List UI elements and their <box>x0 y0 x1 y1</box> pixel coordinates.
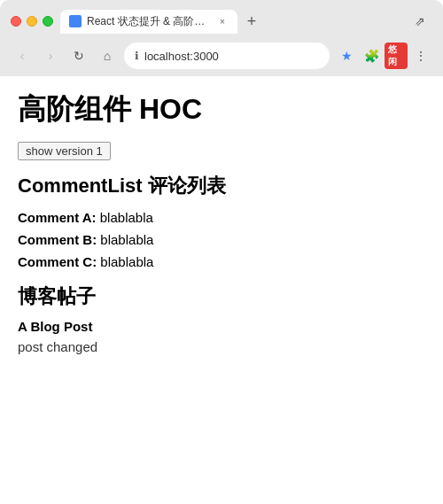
close-window-button[interactable] <box>11 16 21 27</box>
comment-section-title: CommentList 评论列表 <box>18 173 425 199</box>
blog-post-status: post changed <box>18 339 425 354</box>
back-button[interactable]: ‹ <box>11 44 34 67</box>
blog-post-title: A Blog Post <box>18 319 425 334</box>
extensions-icon[interactable]: 🧩 <box>360 44 383 67</box>
comment-item: Comment C: blablabla <box>18 254 425 269</box>
comment-b-text: blablabla <box>100 232 153 247</box>
page-content: 高阶组件 HOC show version 1 CommentList 评论列表… <box>0 76 443 504</box>
forward-button[interactable]: › <box>39 44 62 67</box>
tab-title: React 状态提升 & 高阶组件(HOC... <box>87 14 211 29</box>
title-bar: React 状态提升 & 高阶组件(HOC... × + ⇗ <box>0 0 443 39</box>
user-profile-badge[interactable]: 悠闲 <box>385 44 408 67</box>
blog-section-title: 博客帖子 <box>18 283 425 310</box>
blog-section: 博客帖子 A Blog Post post changed <box>18 283 425 354</box>
bookmark-icon[interactable]: ★ <box>335 44 358 67</box>
address-bar-icons: ★ 🧩 悠闲 ⋮ <box>335 44 432 67</box>
page-title: 高阶组件 HOC <box>18 90 425 129</box>
browser-chrome: React 状态提升 & 高阶组件(HOC... × + ⇗ ‹ › ↻ ⌂ ℹ… <box>0 0 443 76</box>
tab-bar: React 状态提升 & 高阶组件(HOC... × + <box>60 10 400 34</box>
comment-c-label: Comment C: <box>18 254 97 269</box>
comment-b-label: Comment B: <box>18 232 97 247</box>
browser-extension-icon[interactable]: ⇗ <box>408 9 432 34</box>
comment-a-label: Comment A: <box>18 210 97 225</box>
comment-c-text: blablabla <box>100 254 153 269</box>
refresh-button[interactable]: ↻ <box>67 44 90 67</box>
new-tab-button[interactable]: + <box>241 11 262 32</box>
comment-item: Comment A: blablabla <box>18 210 425 225</box>
comment-list: Comment A: blablabla Comment B: blablabl… <box>18 210 425 269</box>
comment-item: Comment B: blablabla <box>18 232 425 247</box>
minimize-window-button[interactable] <box>27 16 37 27</box>
active-tab[interactable]: React 状态提升 & 高阶组件(HOC... × <box>60 10 237 34</box>
more-options-icon[interactable]: ⋮ <box>409 44 432 67</box>
traffic-lights <box>11 16 53 27</box>
address-bar: ‹ › ↻ ⌂ ℹ localhost:3000 ★ 🧩 悠闲 ⋮ <box>0 39 443 76</box>
home-button[interactable]: ⌂ <box>96 44 119 67</box>
comment-a-text: blablabla <box>100 210 153 225</box>
url-text: localhost:3000 <box>144 50 319 63</box>
user-badge-label: 悠闲 <box>385 43 408 69</box>
url-bar[interactable]: ℹ localhost:3000 <box>124 43 330 69</box>
tab-close-button[interactable]: × <box>216 15 229 27</box>
maximize-window-button[interactable] <box>43 16 53 27</box>
tab-favicon <box>69 15 82 27</box>
url-info-icon: ℹ <box>135 50 139 62</box>
show-version-button[interactable]: show version 1 <box>18 142 111 160</box>
